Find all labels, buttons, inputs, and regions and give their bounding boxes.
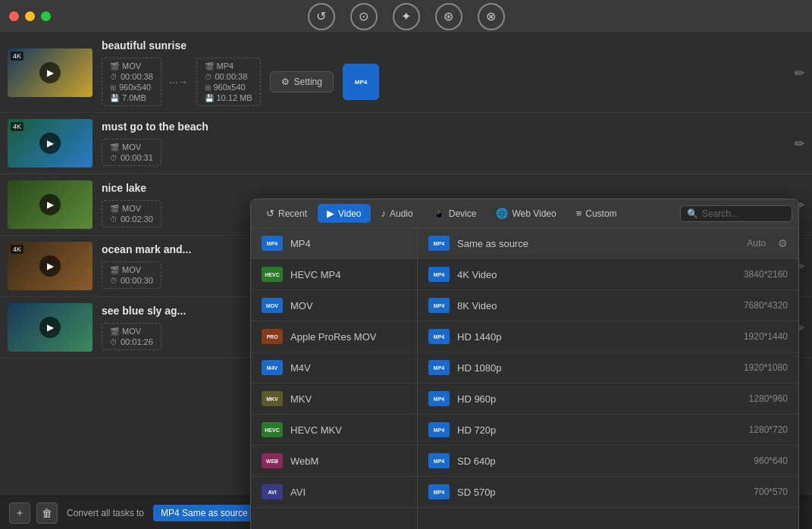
- hd-720p-label: HD 720p: [457, 424, 741, 436]
- video-title-1: beautiful sunrise: [102, 39, 788, 52]
- mov-format-icon: MOV: [262, 298, 283, 313]
- search-icon: 🔍: [687, 208, 698, 219]
- edit-icon-1[interactable]: ✏: [788, 66, 804, 80]
- play-button-2[interactable]: ▶: [39, 133, 61, 154]
- dst-clock-icon: ⏱: [205, 73, 212, 81]
- video-info-2: must go to the beach 🎬 MOV ⏱ 00:00:31: [102, 121, 788, 166]
- format-left-item-avi[interactable]: AVI AVI: [251, 477, 417, 508]
- format-right-item-sd640p[interactable]: MP4 SD 640p 960*640: [418, 446, 798, 477]
- nav-icon-3[interactable]: ✦: [393, 3, 420, 30]
- tab-custom[interactable]: ≡ Custom: [567, 204, 626, 223]
- clock-icon-5: ⏱: [110, 338, 118, 346]
- mp4-format-icon: MP4: [262, 236, 283, 251]
- 8k-video-icon: MP4: [428, 298, 450, 313]
- video-meta-row-1: 🎬 MOV ⏱ 00:00:38 ⊞ 960x540 💾: [102, 58, 788, 106]
- format-left-item-webm[interactable]: WEB WebM: [251, 446, 417, 477]
- hd-720p-res: 1280*720: [749, 424, 788, 435]
- m4v-format-label: M4V: [290, 362, 311, 374]
- format-left-panel: MP4 MP4 HEVC HEVC MP4 MOV MOV PRO Apple …: [251, 228, 418, 529]
- play-button-5[interactable]: ▶: [39, 317, 61, 338]
- format-left-item-prores[interactable]: PRO Apple ProRes MOV: [251, 321, 417, 352]
- 4k-video-icon: MP4: [428, 267, 450, 282]
- format-right-item-8k[interactable]: MP4 8K Video 7680*4320: [418, 290, 798, 321]
- main-content: 4K ▶ beautiful sunrise 🎬 MOV ⏱ 00:00:38: [0, 33, 812, 529]
- mov-format-label: MOV: [290, 300, 313, 311]
- format-overlay: ↺ Recent ▶ Video ♪ Audio 📱 Device 🌐 Web …: [250, 199, 799, 529]
- maximize-button[interactable]: [41, 11, 51, 21]
- gear-icon: ⚙: [281, 77, 290, 87]
- play-button-3[interactable]: ▶: [39, 194, 61, 215]
- dst-size-icon: 💾: [205, 94, 214, 102]
- thumbnail-4[interactable]: 4K ▶: [8, 242, 92, 290]
- dst-duration-1: ⏱ 00:00:38: [205, 72, 252, 81]
- src-meta-box-3: 🎬 MOV ⏱ 00:02:30: [102, 200, 161, 227]
- tab-device[interactable]: 📱 Device: [424, 204, 486, 223]
- sd-640p-res: 960*640: [754, 455, 788, 466]
- src-duration-2: ⏱ 00:00:31: [110, 153, 153, 162]
- close-button[interactable]: [9, 11, 19, 21]
- nav-icon-5[interactable]: ⊗: [478, 3, 505, 30]
- add-file-button[interactable]: ＋: [9, 502, 30, 524]
- nav-icon-1[interactable]: ↺: [308, 3, 335, 30]
- delete-file-button[interactable]: 🗑: [36, 502, 58, 524]
- clock-icon-3: ⏱: [110, 215, 118, 224]
- 4k-video-label: 4K Video: [457, 269, 736, 280]
- recent-icon: ↺: [266, 208, 274, 219]
- prores-format-icon: PRO: [262, 329, 283, 344]
- tab-video[interactable]: ▶ Video: [318, 204, 370, 223]
- dst-format-1: 🎬 MP4: [205, 61, 252, 70]
- format-left-item-m4v[interactable]: M4V M4V: [251, 352, 417, 383]
- hd-960p-icon: MP4: [428, 391, 450, 406]
- search-input[interactable]: [702, 208, 785, 219]
- prores-format-label: Apple ProRes MOV: [290, 331, 376, 343]
- mkv-format-icon: MKV: [262, 391, 283, 406]
- dst-size-1: 💾 10.12 MB: [205, 93, 252, 102]
- hd-1080p-icon: MP4: [428, 360, 450, 375]
- format-left-item-mp4[interactable]: MP4 MP4: [251, 228, 417, 259]
- thumbnail-3[interactable]: ▶: [8, 180, 92, 229]
- format-right-item-hd960p[interactable]: MP4 HD 960p 1280*960: [418, 383, 798, 415]
- dst-file-icon: 🎬: [205, 62, 214, 70]
- same-as-source-label: Same as source: [457, 238, 739, 249]
- format-right-item-sd570p[interactable]: MP4 SD 570p 700*570: [418, 477, 798, 508]
- avi-format-label: AVI: [290, 487, 306, 498]
- nav-icon-2[interactable]: ⊙: [350, 3, 378, 30]
- hevc-mkv-format-icon: HEVC: [262, 422, 283, 437]
- format-left-item-mkv[interactable]: MKV MKV: [251, 383, 417, 415]
- src-meta-box-2: 🎬 MOV ⏱ 00:00:31: [102, 139, 161, 166]
- play-button-1[interactable]: ▶: [39, 62, 61, 83]
- tab-web-video[interactable]: 🌐 Web Video: [487, 204, 565, 223]
- format-right-item-hd1080p[interactable]: MP4 HD 1080p 1920*1080: [418, 352, 798, 383]
- format-right-item-4k[interactable]: MP4 4K Video 3840*2160: [418, 259, 798, 290]
- dst-meta-box-1: 🎬 MP4 ⏱ 00:00:38 ⊞ 960x540 💾: [196, 58, 261, 106]
- clock-icon-4: ⏱: [110, 277, 118, 285]
- src-resolution-1: ⊞ 960x540: [110, 83, 153, 92]
- format-left-item-hevc-mp4[interactable]: HEVC HEVC MP4: [251, 259, 417, 290]
- tab-recent[interactable]: ↺ Recent: [257, 204, 316, 223]
- file-icon-2: 🎬: [110, 143, 119, 152]
- file-icon: 🎬: [110, 62, 119, 70]
- format-left-item-mov[interactable]: MOV MOV: [251, 290, 417, 321]
- hd-720p-icon: MP4: [428, 422, 450, 437]
- convert-target-badge[interactable]: MP4 Same as source: [153, 505, 256, 521]
- play-button-4[interactable]: ▶: [39, 255, 61, 277]
- file-icon-3: 🎬: [110, 205, 119, 213]
- clock-icon: ⏱: [110, 73, 118, 81]
- setting-button-1[interactable]: ⚙ Setting: [270, 71, 334, 92]
- thumbnail-5[interactable]: ▶: [8, 303, 92, 352]
- thumbnail-2[interactable]: 4K ▶: [8, 119, 92, 167]
- format-right-item-hd1440p[interactable]: MP4 HD 1440p 1920*1440: [418, 321, 798, 352]
- format-left-item-hevc-mkv[interactable]: HEVC HEVC MKV: [251, 415, 417, 446]
- format-right-item-same-as-source[interactable]: MP4 Same as source Auto ⚙: [418, 228, 798, 259]
- src-format-4: 🎬 MOV: [110, 265, 153, 274]
- format-right-item-hd720p[interactable]: MP4 HD 720p 1280*720: [418, 415, 798, 446]
- tab-audio[interactable]: ♪ Audio: [372, 204, 422, 223]
- minimize-button[interactable]: [25, 11, 35, 21]
- clock-icon-2: ⏱: [110, 154, 118, 162]
- nav-icon-4[interactable]: ⊛: [435, 3, 462, 30]
- thumbnail-1[interactable]: 4K ▶: [8, 49, 92, 97]
- edit-icon-2[interactable]: ✏: [788, 136, 804, 151]
- audio-tab-icon: ♪: [381, 208, 387, 219]
- gear-settings-icon[interactable]: ⚙: [778, 237, 788, 249]
- sd-570p-res: 700*570: [754, 487, 788, 497]
